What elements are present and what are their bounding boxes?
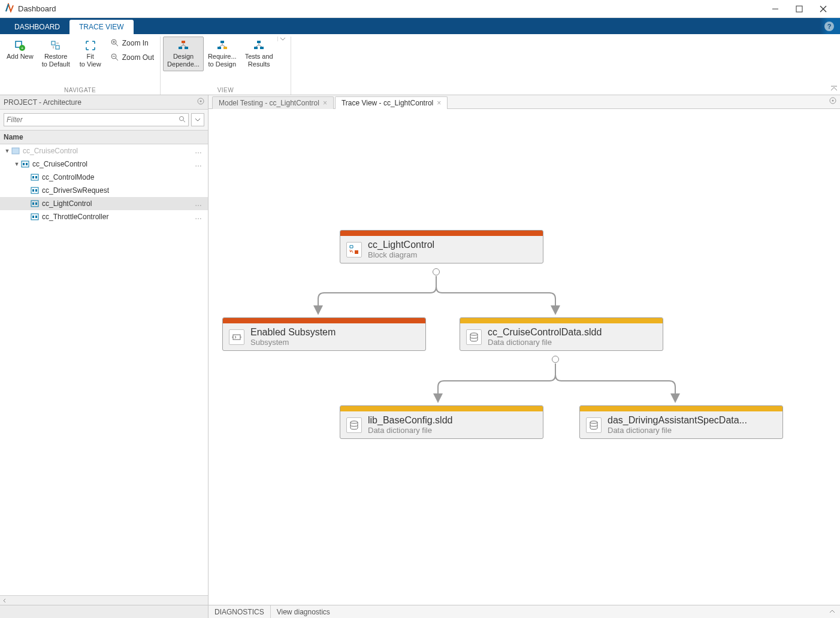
tree-header-name: Name <box>0 130 208 144</box>
svg-rect-33 <box>26 163 28 165</box>
node-title: das_DrivingAssistantSpecData... <box>608 415 747 426</box>
svg-line-10 <box>116 44 118 46</box>
svg-point-50 <box>470 333 478 335</box>
close-tab-icon[interactable]: × <box>323 99 327 107</box>
node-stripe <box>340 406 543 411</box>
design-dependencies-button[interactable]: Design Depende... <box>163 37 204 71</box>
status-expand-icon[interactable] <box>824 608 840 616</box>
tree-scroll-left[interactable] <box>0 595 208 605</box>
svg-rect-39 <box>35 189 37 192</box>
row-menu-icon[interactable]: … <box>195 160 204 168</box>
ribbon-tab-bar: DASHBOARD TRACE VIEW ? <box>0 18 840 34</box>
fit-icon <box>84 40 96 51</box>
block-diagram-icon <box>346 242 362 258</box>
doc-tabs-settings-icon[interactable] <box>829 97 836 106</box>
expand-arrow-icon[interactable]: ▼ <box>13 161 20 167</box>
node-das-spec-data[interactable]: das_DrivingAssistantSpecData... Data dic… <box>579 405 783 439</box>
node-title: Enabled Subsystem <box>250 327 336 338</box>
svg-rect-16 <box>182 41 185 43</box>
maximize-button[interactable] <box>791 3 808 15</box>
panel-title: PROJECT - Architecture <box>4 98 81 107</box>
restore-default-button[interactable]: Restore to Default <box>38 37 74 71</box>
zoom-out-button[interactable]: Zoom Out <box>110 51 154 64</box>
tree-row-root[interactable]: ▼ cc_CruiseControl … <box>0 157 208 171</box>
requirements-to-design-button[interactable]: Require... to Design <box>204 37 241 71</box>
node-subtitle: Data dictionary file <box>608 426 747 435</box>
svg-rect-42 <box>35 202 37 205</box>
diagram-canvas[interactable]: cc_LightControl Block diagram Enabled Su… <box>209 109 840 605</box>
tree-row-control-mode[interactable]: cc_ControlMode <box>0 171 208 184</box>
row-menu-icon[interactable]: … <box>195 213 204 221</box>
node-title: cc_LightControl <box>368 240 434 250</box>
svg-rect-31 <box>22 161 29 167</box>
requirements-icon <box>216 40 228 51</box>
toolstrip: + Add New Restore to Default Fit to View <box>0 34 840 95</box>
tab-model-testing[interactable]: Model Testing - cc_LightControl × <box>212 96 334 109</box>
view-group-dropdown[interactable] <box>277 37 288 41</box>
tree-row-light-control[interactable]: cc_LightControl … <box>0 197 208 210</box>
simulink-icon <box>30 172 40 182</box>
svg-line-14 <box>116 58 118 60</box>
status-view-diagnostics[interactable]: View diagnostics <box>271 605 336 618</box>
tree-row-driver-sw-request[interactable]: cc_DriverSwRequest <box>0 184 208 197</box>
svg-point-47 <box>832 100 834 102</box>
expand-arrow-icon[interactable]: ▼ <box>4 148 11 154</box>
zoom-out-icon <box>110 53 120 62</box>
node-subtitle: Data dictionary file <box>368 426 452 435</box>
zoom-in-button[interactable]: Zoom In <box>110 37 154 50</box>
panel-settings-icon[interactable] <box>197 98 204 107</box>
filter-input[interactable] <box>7 116 179 124</box>
database-icon <box>586 417 602 433</box>
row-menu-icon[interactable]: … <box>195 147 204 155</box>
close-tab-icon[interactable]: × <box>437 99 441 107</box>
tests-results-button[interactable]: Tests and Results <box>241 37 277 71</box>
svg-rect-37 <box>31 187 38 193</box>
node-title: cc_CruiseControlData.sldd <box>488 327 602 338</box>
filter-input-wrapper[interactable] <box>4 113 189 126</box>
tree-row-root-dim[interactable]: ▼ cc_CruiseControl … <box>0 144 208 157</box>
node-stripe <box>460 318 663 323</box>
tree-row-throttle-controller[interactable]: cc_ThrottleController … <box>0 210 208 223</box>
svg-line-29 <box>183 120 185 122</box>
node-enabled-subsystem[interactable]: Enabled Subsystem Subsystem <box>222 317 426 351</box>
svg-point-28 <box>180 116 184 120</box>
group-label-view: VIEW <box>163 86 288 95</box>
database-icon <box>466 329 482 345</box>
project-tree: ▼ cc_CruiseControl … ▼ cc_CruiseControl … <box>0 144 208 595</box>
filter-dropdown-button[interactable] <box>191 113 204 126</box>
collapse-ribbon-button[interactable] <box>830 85 838 93</box>
database-icon <box>346 417 362 433</box>
tab-trace-view[interactable]: TRACE VIEW <box>70 20 134 34</box>
svg-rect-19 <box>220 41 224 43</box>
row-menu-icon[interactable]: … <box>195 199 204 208</box>
svg-rect-22 <box>257 41 261 43</box>
simulink-icon <box>20 159 30 169</box>
restore-icon <box>50 40 62 51</box>
svg-rect-21 <box>223 47 227 49</box>
node-light-control[interactable]: cc_LightControl Block diagram <box>340 230 543 263</box>
add-new-button[interactable]: + Add New <box>2 37 38 63</box>
document-tab-bar: Model Testing - cc_LightControl × Trace … <box>209 95 840 109</box>
group-label-navigate: NAVIGATE <box>2 86 158 95</box>
help-icon: ? <box>824 22 834 31</box>
tab-trace-view-doc[interactable]: Trace View - cc_LightControl × <box>335 96 448 109</box>
svg-rect-18 <box>185 47 188 49</box>
dependencies-icon <box>177 40 189 51</box>
tab-dashboard[interactable]: DASHBOARD <box>5 20 70 34</box>
node-base-config[interactable]: lib_BaseConfig.sldd Data dictionary file <box>340 405 543 439</box>
svg-rect-45 <box>35 216 37 218</box>
node-stripe <box>340 231 543 236</box>
connection-port <box>552 356 559 363</box>
svg-point-52 <box>590 421 597 423</box>
help-button[interactable]: ? <box>820 18 840 34</box>
close-button[interactable] <box>815 3 832 15</box>
node-subtitle: Subsystem <box>250 338 336 347</box>
svg-rect-38 <box>32 189 34 192</box>
status-diagnostics[interactable]: DIAGNOSTICS <box>209 605 271 618</box>
fit-to-view-button[interactable]: Fit to View <box>74 37 107 71</box>
node-cruise-control-data[interactable]: cc_CruiseControlData.sldd Data dictionar… <box>460 317 663 351</box>
minimize-button[interactable] <box>767 3 784 15</box>
node-stripe <box>223 318 425 323</box>
svg-rect-8 <box>56 46 59 49</box>
svg-rect-1 <box>796 6 802 12</box>
